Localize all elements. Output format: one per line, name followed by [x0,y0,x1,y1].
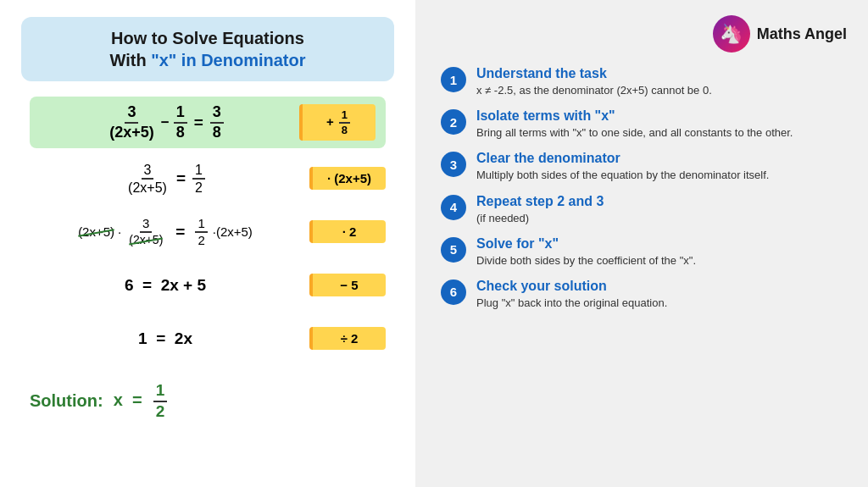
step-number-4: 4 [441,195,466,220]
step-item-6: 6 Check your solution Plug "x" back into… [441,279,847,311]
math-row-2: 3 (2x+5) = 1 2 · (2x+5) [30,155,386,202]
title-highlight: "x" in Denominator [151,51,305,69]
expr-4: 6 = 2x + 5 [30,276,301,295]
math-row-4: 6 = 2x + 5 − 5 [30,262,386,308]
steps-list: 1 Understand the task x ≠ -2.5, as the d… [441,66,847,311]
step-content-1: Understand the task x ≠ -2.5, as the den… [476,66,847,98]
math-row-5: 1 = 2x ÷ 2 [30,315,386,362]
math-row-1: 3 (2x+5) − 1 8 = 3 8 + 1 8 [30,97,386,148]
step-desc-2: Bring all terms with "x" to one side, an… [476,125,847,141]
title-box: How to Solve Equations With "x" in Denom… [21,17,394,81]
step-number-3: 3 [441,152,466,177]
step-title-5: Solve for "x" [476,236,847,252]
left-panel: How to Solve Equations With "x" in Denom… [0,0,415,487]
solution-row: Solution: x = 1 2 [21,377,394,426]
step-item-1: 1 Understand the task x ≠ -2.5, as the d… [441,66,847,98]
step-desc-6: Plug "x" back into the original equation… [476,296,847,311]
step-content-5: Solve for "x" Divide both sides by the c… [476,236,847,268]
step-content-3: Clear the denominator Multiply both side… [476,151,847,183]
step-desc-4: (if needed) [476,211,847,226]
expr-3: (2x+5) · 3 (2x+5) = 1 2 ·(2x+5) [30,216,301,248]
logo-icon: 🦄 [713,15,750,53]
step-content-6: Check your solution Plug "x" back into t… [476,279,847,311]
step-desc-3: Multiply both sides of the equation by t… [476,168,847,183]
title-heading: How to Solve Equations With "x" in Denom… [38,27,377,71]
hint-5: ÷ 2 [309,327,386,350]
logo-text: Maths Angel [757,25,847,43]
math-row-3: (2x+5) · 3 (2x+5) = 1 2 ·(2x+5) · 2 [30,208,386,255]
title-line1: How to Solve Equations [111,29,304,47]
hint-3: · 2 [309,220,386,243]
frac-3-8: 3 8 [210,103,224,141]
expr-5: 1 = 2x [30,329,301,348]
step-desc-1: x ≠ -2.5, as the denominator (2x+5) cann… [476,83,847,98]
frac-1-2-b: 1 2 [195,216,207,248]
step-title-3: Clear the denominator [476,151,847,166]
logo-area: 🦄 Maths Angel [441,15,847,53]
title-line2-prefix: With [109,51,151,69]
step-desc-5: Divide both sides by the coefficient of … [476,253,847,268]
step-number-6: 6 [441,279,466,305]
solution-x-eq: x = 1 2 [114,381,170,422]
solution-label: Solution: [30,391,103,411]
step-number-1: 1 [441,67,466,92]
step-number-2: 2 [441,109,466,135]
step-number-5: 5 [441,237,466,263]
step-item-2: 2 Isolate terms with "x" Bring all terms… [441,108,847,141]
frac-3-2x5-b: 3 (2x+5) [125,162,170,196]
expr-1: 3 (2x+5) − 1 8 = 3 8 [40,103,291,141]
step-title-1: Understand the task [476,66,847,81]
step-content-2: Isolate terms with "x" Bring all terms w… [476,108,847,141]
hint-2: · (2x+5) [309,167,386,190]
step-item-3: 3 Clear the denominator Multiply both si… [441,151,847,183]
step-item-5: 5 Solve for "x" Divide both sides by the… [441,236,847,268]
frac-3-2x5: 3 (2x+5) [107,103,157,141]
frac-1-2: 1 2 [192,162,205,196]
hint-4: − 5 [309,274,386,296]
step-content-4: Repeat step 2 and 3 (if needed) [476,194,847,226]
strikethrough-2x5: (2x+5) [78,224,114,239]
step-title-4: Repeat step 2 and 3 [476,194,847,209]
frac-3-2x5-strike: 3 (2x+5) [126,216,165,247]
expr-2: 3 (2x+5) = 1 2 [30,162,301,196]
hint-1: + 1 8 [299,104,376,141]
step-title-6: Check your solution [476,279,847,294]
frac-1-8: 1 8 [174,103,187,141]
right-panel: 🦄 Maths Angel 1 Understand the task x ≠ … [415,0,868,487]
step-item-4: 4 Repeat step 2 and 3 (if needed) [441,194,847,226]
math-section: 3 (2x+5) − 1 8 = 3 8 + 1 8 [21,97,394,362]
step-title-2: Isolate terms with "x" [476,108,847,124]
solution-frac: 1 2 [153,381,168,422]
